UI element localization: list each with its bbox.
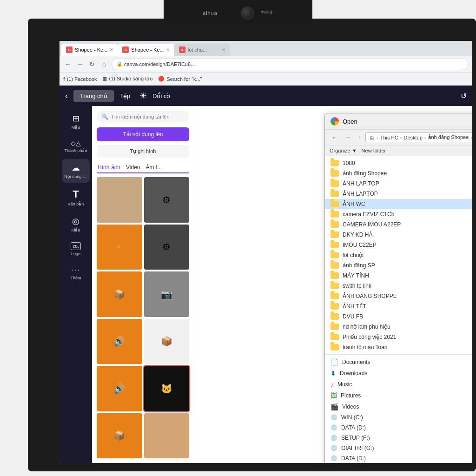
trang-chu-button[interactable]: Trang chủ <box>73 90 114 102</box>
tab-shopee-1[interactable]: S Shopee - Ke... × <box>61 44 118 56</box>
search-input[interactable] <box>111 114 185 119</box>
refresh-button[interactable]: ↻ <box>87 60 97 69</box>
tab-hinh-anh[interactable]: Hình ảnh <box>97 162 121 173</box>
tab-favicon-3: s <box>179 46 185 53</box>
folder-item-anh-tet[interactable]: ẢNH TẾT <box>325 301 472 311</box>
media-thumb-11[interactable]: 📦 <box>97 413 142 459</box>
doi-co-label[interactable]: Đổi cờ <box>152 93 170 99</box>
canva-back-button[interactable]: ‹ <box>65 91 68 101</box>
search-label: Search for "k..." <box>166 76 202 82</box>
folder-item-dvu[interactable]: DVU FB <box>325 311 472 322</box>
tab-favicon-2: S <box>122 46 129 53</box>
tab-video[interactable]: Video <box>125 162 141 172</box>
dialog-up-button[interactable]: ↑ <box>356 133 363 142</box>
folder-item-anh-wc[interactable]: ẢNH WC <box>325 199 472 209</box>
folder-item-imou-c22[interactable]: IMOU C22EP <box>325 240 472 250</box>
media-thumb-1[interactable] <box>97 177 142 223</box>
tab-title-3: lót chu... <box>188 47 220 53</box>
folder-item-anh-dang[interactable]: ảnh đăng Shopee <box>325 168 472 178</box>
folder-icon-tranh <box>331 344 339 350</box>
upload-button[interactable]: Tải nội dung lên <box>97 127 189 141</box>
sidebar-item-logo[interactable]: co. Logo <box>62 238 90 260</box>
setup-f-icon: 💿 <box>331 435 337 441</box>
folder-item-dky[interactable]: DKY KD HÀ <box>325 230 472 240</box>
folder-item-ezviz[interactable]: camera EZVIZ C1Cb <box>325 209 472 219</box>
system-item-giai-tri[interactable]: 💿 GIAI TRI (G:) <box>325 443 472 453</box>
media-thumb-2[interactable]: ⚙ <box>144 177 190 223</box>
record-button[interactable]: Tự ghi hình <box>97 145 189 158</box>
giai-tri-label: GIAI TRI (G:) <box>341 445 467 451</box>
tab-shopee-3[interactable]: s lót chu... × <box>174 44 230 56</box>
breadcrumb-folder-icon: 🗂 <box>370 135 375 140</box>
folder-item-lot-chuot[interactable]: lót chuột <box>325 250 472 260</box>
sidebar-item-kieu[interactable]: ◎ Kiểu <box>62 212 90 237</box>
system-item-downloads[interactable]: ⬇ Downloads <box>325 368 472 379</box>
tab-close-3[interactable]: × <box>222 46 225 53</box>
system-item-setup-f[interactable]: 💿 SETUP (F:) <box>325 433 472 443</box>
sidebar-item-thanh-phan[interactable]: ◇△ Thành phần <box>62 136 90 157</box>
folder-item-1080[interactable]: 1080 <box>325 158 472 168</box>
kieu-label: Kiểu <box>71 228 80 233</box>
bookmark-search[interactable]: 🔴 Search for "k..." <box>158 76 202 82</box>
folder-item-phieu[interactable]: Phiếu công việc 2021 <box>325 332 472 342</box>
back-button[interactable]: ← <box>63 60 73 69</box>
folder-item-anh-laptop[interactable]: ẢNH LAPTOP <box>325 189 472 199</box>
sidebar-item-them[interactable]: ··· Thêm <box>62 262 90 284</box>
thumb-pattern-6: 📷 <box>144 271 190 317</box>
search-bookmark-icon: 🔴 <box>158 76 165 82</box>
tab-shopee-2[interactable]: S Shopee - Ke... × <box>118 44 174 56</box>
organize-button[interactable]: Organize ▼ <box>330 148 357 153</box>
folder-item-nd-ho[interactable]: nd hỡ lam phu hiệu <box>325 322 472 332</box>
breadcrumb-this-pc[interactable]: This PC <box>380 135 398 140</box>
folder-item-anh-lap-top[interactable]: ẢNH LAP TOP <box>325 178 472 189</box>
folder-item-anh-sp[interactable]: ảnh đăng SP <box>325 260 472 271</box>
system-item-data-d[interactable]: 💿 DATA (D:) <box>325 423 472 433</box>
folder-item-swith[interactable]: swith tp link <box>325 281 472 291</box>
address-bar[interactable]: 🔒 canva.com/design/DAE7iCu6... <box>112 58 469 70</box>
shapes-icon: ◇△ <box>71 139 81 147</box>
sidebar-item-mau[interactable]: ⊞ Mẫu <box>62 110 90 134</box>
system-item-documents[interactable]: 📄 Documents <box>325 357 472 368</box>
folder-item-anh-dang-shoppe[interactable]: ẢNH ĐĂNG SHOPPE <box>325 291 472 301</box>
folder-name-may-tinh: MÁY TÍNH <box>343 272 467 279</box>
bookmark-studio[interactable]: ▦ (1) Studio sáng tạo <box>102 76 152 82</box>
thumb-pattern-5: 📦 <box>97 271 142 317</box>
folder-item-imou-a22[interactable]: CAMERA IMOU A22EP <box>325 219 472 230</box>
tep-button[interactable]: Tệp <box>119 93 130 99</box>
media-thumb-4[interactable]: ⚙ <box>144 225 190 270</box>
folder-item-may-tinh[interactable]: MÁY TÍNH <box>325 271 472 281</box>
breadcrumb-shopee[interactable]: ảnh đăng Shopee <box>428 134 469 140</box>
media-thumb-7[interactable]: 🔊 <box>97 319 142 364</box>
media-thumb-12[interactable] <box>144 413 190 459</box>
folder-item-tranh[interactable]: tranh tô màu Toán <box>325 342 472 352</box>
undo-button[interactable]: ↺ <box>461 92 467 100</box>
tab-close-1[interactable]: × <box>110 46 113 53</box>
folder-icon-anh-sp <box>331 262 339 269</box>
tab-am-thanh[interactable]: Âm t... <box>145 162 163 172</box>
system-item-videos[interactable]: 🎬 Videos <box>325 401 472 412</box>
tab-close-2[interactable]: × <box>166 46 170 53</box>
media-thumb-6[interactable]: 📷 <box>144 271 190 317</box>
home-button[interactable]: ⌂ <box>99 60 109 69</box>
bookmark-facebook[interactable]: f (1) Facebook <box>63 76 97 82</box>
media-thumb-10[interactable]: 🐱 <box>144 366 190 411</box>
system-item-music[interactable]: ♪ Music <box>325 379 472 390</box>
system-item-win-c[interactable]: 💿 WIN (C:) <box>325 412 472 423</box>
media-thumb-9[interactable]: 🔊 <box>97 366 142 411</box>
media-thumb-5[interactable]: 📦 <box>97 271 142 317</box>
system-item-pictures[interactable]: 🖼 Pictures <box>325 390 472 401</box>
forward-button[interactable]: → <box>75 60 85 69</box>
search-box[interactable]: 🔍 <box>97 111 189 123</box>
sidebar-item-van-ban[interactable]: T Văn bản <box>62 185 90 211</box>
dialog-forward-button[interactable]: → <box>343 133 353 142</box>
studio-icon: ▦ <box>102 76 107 82</box>
media-thumb-8[interactable]: 📦 <box>144 319 190 364</box>
new-folder-button[interactable]: New folder <box>362 148 386 153</box>
dialog-back-button[interactable]: ← <box>330 133 340 142</box>
folder-name-anh-dang-shoppe: ẢNH ĐĂNG SHOPPE <box>343 293 467 299</box>
breadcrumb-desktop[interactable]: Desktop <box>403 135 422 140</box>
system-item-data-d2[interactable]: 💿 DATA (D:) <box>325 453 472 463</box>
file-list: 1080 ảnh đăng Shopee ẢNH LAP TOP ẢN <box>325 156 472 463</box>
media-thumb-3[interactable]: 🔸 <box>97 225 142 270</box>
sidebar-item-noi-dung[interactable]: ☁ Nội dung t... <box>62 159 90 183</box>
